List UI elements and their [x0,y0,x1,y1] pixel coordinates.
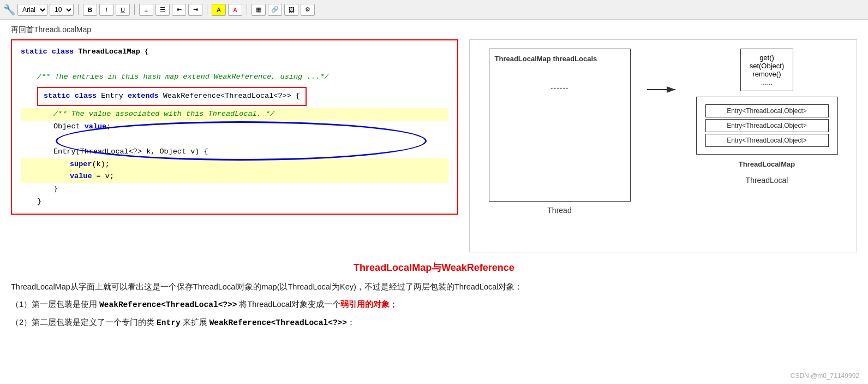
section-title: ThreadLocalMap与WeakReference [11,261,857,274]
link-button[interactable]: 🔗 [268,4,282,16]
arrow-svg [647,81,680,98]
desc3-code1: Entry [157,318,181,327]
kw-static: static [21,48,52,56]
kw-class2: class [75,92,101,100]
toolbar-separator2 [134,4,135,15]
var-value2: value [70,172,92,180]
entry-container: Entry<ThreadLocal,Object> Entry<ThreadLo… [696,97,838,155]
methods-box: get() set(Object) remove() ...... [740,49,794,91]
method-set: set(Object) [750,62,785,70]
kw-class: class [52,48,79,56]
classname-tlmap: ThreadLocalMap [78,48,145,56]
desc3-mid: 来扩展 [181,318,209,327]
var-value: value [85,122,107,131]
tlmap-column: get() set(Object) remove() ...... Entry<… [696,49,838,185]
entry-box-1: Entry<ThreadLocal,Object> [705,104,829,117]
footer-text: CSDN @m0_71149992 [791,372,859,380]
entry-box-3: Entry<ThreadLocal,Object> [705,134,829,147]
toolbar-icon: 🔧 [3,4,15,16]
thread-dots: ...... [495,79,625,92]
desc2-pre: （1）第一层包装是使用 [11,300,99,309]
comment-text-2: /** The value associated with this Threa… [53,110,274,118]
thread-box-label: ThreadLocalMap threadLocals [495,55,625,63]
italic-button[interactable]: I [99,4,113,16]
section-title-text: ThreadLocalMap与WeakReference [354,262,514,273]
toolbar: 🔧 Arial 10 B I U ≡ ☰ ⇤ ⇥ A A ▦ 🔗 🖼 ⚙ [0,0,868,20]
font-family-select[interactable]: Arial [17,4,47,16]
highlight-button[interactable]: A [212,4,226,16]
desc2-post: ； [390,300,398,309]
desc3-post: ： [347,318,355,327]
code-section: static class ThreadLocalMap { /** The en… [11,39,458,215]
code-close2: } [21,196,448,208]
indent-less-button[interactable]: ⇤ [172,4,186,16]
desc-para-2: （1）第一层包装是使用 WeakReference<ThreadLocal<?>… [11,297,857,312]
image-button[interactable]: 🖼 [284,4,298,16]
kw-extends: extends [128,92,159,100]
desc3-code2: WeakReference<ThreadLocal<?>> [209,318,347,327]
inner-red-box: static class Entry extends WeakReference… [37,87,307,106]
inner-red-box-container: static class Entry extends WeakReference… [21,85,448,108]
method-remove: remove() [750,70,785,78]
underline-button[interactable]: U [116,4,130,16]
threadlocal-label: ThreadLocal [746,176,788,185]
code-close1: } [21,183,448,196]
kw-super: super [70,160,92,168]
more-button[interactable]: ⚙ [301,4,315,16]
thread-caption: Thread [547,206,571,215]
desc-para-1: ThreadLocalMap从字面上就可以看出这是一个保存ThreadLocal… [11,280,857,294]
toolbar-separator [78,4,79,15]
code-super: super(k); [21,158,448,171]
font-size-select[interactable]: 10 [50,4,74,16]
toolbar-separator3 [207,4,207,15]
desc3-pre: （2）第二层包装是定义了一个专门的类 [11,318,157,327]
diagram-section: ThreadLocalMap threadLocals ...... Threa… [469,39,857,252]
desc-para-3: （2）第二层包装是定义了一个专门的类 Entry 来扩展 WeakReferen… [11,315,857,330]
constructor-text: Entry(ThreadLocal<?> k, Object v) { [53,147,208,156]
color-button[interactable]: A [228,4,242,16]
toolbar-separator4 [247,4,247,15]
kw-static2: static [44,92,75,100]
code-comment-1: /** The entries in this hash map extend … [21,71,448,84]
align-button[interactable]: ≡ [139,4,153,16]
code-value-assign: value = v; [21,170,448,183]
content-area: 再回首ThreadLocalMap static class ThreadLoc… [0,20,868,339]
list-button[interactable]: ☰ [155,4,170,16]
desc1-text: ThreadLocalMap从字面上就可以看出这是一个保存ThreadLocal… [11,282,523,291]
entry-box-2: Entry<ThreadLocal,Object> [705,119,829,132]
desc2-mid: 将ThreadLocal对象变成一个 [237,300,340,309]
tlmap-label: ThreadLocalMap [739,160,795,168]
code-block: static class ThreadLocalMap { /** The en… [11,39,458,215]
weakref-code: WeakReference<ThreadLocal<?>> { [159,92,300,100]
method-dots: ...... [750,78,785,86]
code-constructor: Entry(ThreadLocal<?> k, Object v) { [21,146,448,158]
code-line-1: static class ThreadLocalMap { [21,46,448,58]
method-get: get() [750,54,785,62]
diagram-inner: ThreadLocalMap threadLocals ...... Threa… [478,49,848,215]
table-button[interactable]: ▦ [252,4,266,16]
thread-column: ThreadLocalMap threadLocals ...... Threa… [489,49,631,215]
desc2-code: WeakReference<ThreadLocal<?>> [99,300,237,309]
comment-text-1: /** The entries in this hash map extend … [37,73,329,81]
back-link[interactable]: 再回首ThreadLocalMap [11,25,857,35]
footer: CSDN @m0_71149992 [791,372,859,380]
code-comment-2-line: /** The value associated with this Threa… [21,108,448,121]
bold-button[interactable]: B [83,4,97,16]
indent-more-button[interactable]: ⇥ [188,4,202,16]
type-object: Object [53,122,85,131]
thread-box: ThreadLocalMap threadLocals ...... [489,49,631,202]
arrow-connector [647,81,680,98]
main-layout: static class ThreadLocalMap { /** The en… [11,39,857,252]
classname-entry: Entry [101,92,128,100]
desc2-highlight: 弱引用的对象 [340,300,390,309]
code-obj-value: Object value; [21,121,448,133]
